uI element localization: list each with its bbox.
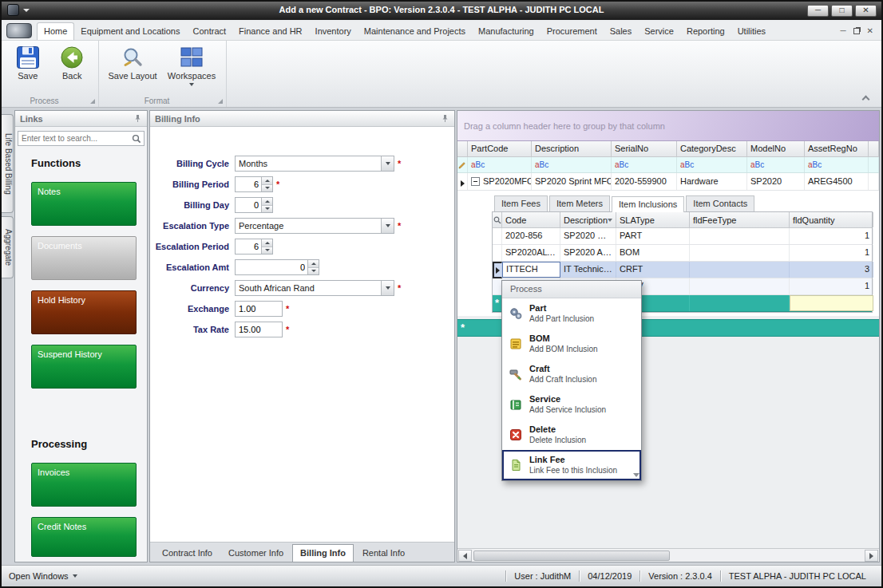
escalation-amt-stepper[interactable] — [235, 259, 319, 275]
tab-billing-info[interactable]: Billing Info — [292, 544, 354, 562]
tab-rental-info[interactable]: Rental Info — [355, 545, 412, 562]
column-header-slatype[interactable]: SLAType — [616, 212, 690, 227]
search-icon[interactable] — [493, 216, 501, 224]
cell-code-editing[interactable]: ITTECH — [502, 262, 560, 278]
detail-row-selected[interactable]: ITTECH IT Technician CRFT 3 — [493, 262, 872, 278]
tab-item-meters[interactable]: Item Meters — [549, 195, 610, 211]
sidetab-aggregate[interactable]: Aggregate — [2, 216, 14, 278]
titlebar-caret-down-icon[interactable] — [23, 9, 30, 12]
ribbon-tab-sales[interactable]: Sales — [604, 23, 639, 40]
column-header-description[interactable]: Description — [532, 141, 612, 156]
menu-item-link-fee[interactable]: Link FeeLink Fee to this Inclusion — [502, 450, 641, 480]
ribbon-tab-manufacturing[interactable]: Manufacturing — [472, 23, 540, 40]
master-row[interactable]: SP2020MFC SP2020 Sprint MFC 2020-559900 … — [457, 173, 879, 191]
ribbon-tab-home[interactable]: Home — [37, 22, 74, 40]
notes-button[interactable]: Notes — [31, 182, 137, 226]
menu-item-craft[interactable]: CraftAdd Craft Inclusion — [502, 359, 641, 389]
spinner-down-icon[interactable] — [262, 247, 272, 255]
billing-cycle-dropdown[interactable]: Months — [235, 156, 394, 172]
escalation-period-stepper[interactable] — [235, 239, 273, 255]
column-header-description[interactable]: Description — [560, 212, 616, 227]
spinner-up-icon[interactable] — [308, 260, 319, 268]
column-header-modelno[interactable]: ModelNo — [747, 141, 805, 156]
cell-fldquantity[interactable]: 1 — [790, 278, 873, 294]
billing-period-stepper[interactable] — [235, 176, 273, 192]
scroll-right-button[interactable] — [865, 550, 878, 562]
ribbon-tab-inventory[interactable]: Inventory — [309, 23, 358, 40]
filter-cell-partcode[interactable]: aBc — [468, 157, 532, 172]
cell-slatype[interactable]: BOM — [616, 245, 690, 261]
billing-period-input[interactable] — [236, 177, 261, 191]
links-search-input[interactable] — [18, 131, 145, 146]
documents-button[interactable]: Documents — [31, 236, 137, 280]
scroll-left-button[interactable] — [458, 550, 472, 562]
ribbon-tab-maintenance-and-projects[interactable]: Maintenance and Projects — [358, 23, 472, 40]
escalation-period-input[interactable] — [236, 239, 261, 254]
scrollbar-thumb[interactable] — [473, 551, 670, 561]
filter-dropdown-icon[interactable] — [608, 219, 612, 222]
search-icon[interactable] — [132, 134, 141, 144]
column-header-fldfeetype[interactable]: fldFeeType — [690, 212, 790, 227]
ribbon-tab-contract[interactable]: Contract — [187, 23, 233, 40]
detail-row[interactable]: SP2020ALTPL SP2020 Alternat... BOM 1 — [493, 245, 872, 262]
tab-contract-info[interactable]: Contract Info — [155, 545, 220, 562]
tab-customer-info[interactable]: Customer Info — [221, 545, 291, 562]
suspend-history-button[interactable]: Suspend History — [31, 345, 137, 389]
tab-item-contacts[interactable]: Item Contacts — [686, 195, 754, 211]
menu-scroll-down-icon[interactable] — [633, 473, 639, 477]
ribbon-tab-reporting[interactable]: Reporting — [680, 23, 731, 40]
credit-notes-button[interactable]: Credit Notes — [31, 517, 137, 557]
minimize-button[interactable]: ─ — [807, 5, 829, 17]
ribbon-tab-utilities[interactable]: Utilities — [731, 23, 772, 40]
horizontal-scrollbar[interactable] — [457, 548, 879, 562]
billing-day-stepper[interactable] — [235, 197, 273, 213]
cell-partcode[interactable]: SP2020MFC — [468, 173, 532, 190]
cell-description[interactable]: SP2020 Alternat... — [560, 245, 616, 261]
pin-icon[interactable] — [441, 114, 449, 123]
cell-modelno[interactable]: SP2020 — [747, 173, 805, 190]
menu-item-part[interactable]: PartAdd Part Inclusion — [502, 298, 641, 329]
cell-description[interactable]: SP2020 Drum — [560, 228, 616, 244]
menu-item-service[interactable]: ServiceAdd Service Inclusion — [502, 389, 641, 420]
tax-rate-input[interactable] — [235, 322, 283, 337]
save-button[interactable]: Save — [8, 44, 48, 95]
cell-fldfeetype[interactable] — [690, 278, 790, 294]
spinner-down-icon[interactable] — [262, 185, 272, 192]
cell-slatype[interactable]: CRFT — [616, 262, 690, 278]
cell-code[interactable]: SP2020ALTPL — [502, 245, 560, 261]
column-header-partcode[interactable]: PartCode — [468, 141, 532, 156]
spinner-up-icon[interactable] — [262, 239, 272, 247]
currency-dropdown[interactable]: South African Rand — [235, 280, 394, 296]
cell-description[interactable]: IT Technician — [560, 262, 616, 278]
app-icon[interactable] — [7, 4, 19, 16]
cell-assetregno[interactable]: AREG4500 — [805, 173, 869, 190]
cell-fldquantity[interactable] — [790, 295, 873, 311]
filter-type-icon[interactable]: aBc — [808, 160, 822, 169]
column-header-fldquantity[interactable]: fldQuantity — [790, 212, 873, 227]
mdi-close-icon[interactable]: ✕ — [867, 27, 873, 35]
column-header-assetregno[interactable]: AssetRegNo — [805, 141, 869, 156]
escalation-type-dropdown-button[interactable] — [381, 219, 394, 233]
cell-slatype[interactable]: PART — [616, 228, 690, 244]
collapse-detail-icon[interactable] — [471, 177, 480, 186]
column-header-code[interactable]: Code — [502, 212, 560, 227]
filter-type-icon[interactable]: aBc — [615, 160, 628, 169]
back-button[interactable]: Back — [53, 44, 93, 95]
billing-cycle-dropdown-button[interactable] — [381, 156, 394, 171]
menu-item-delete[interactable]: DeleteDelete Inclusion — [502, 420, 641, 450]
cell-fldfeetype[interactable] — [690, 262, 790, 278]
menu-item-bom[interactable]: BOMAdd BOM Inclusion — [502, 329, 641, 359]
workspaces-button[interactable]: Workspaces — [164, 44, 219, 95]
filter-cell-serialno[interactable]: aBc — [612, 157, 677, 172]
hold-history-button[interactable]: Hold History — [31, 290, 137, 334]
cell-categorydesc[interactable]: Hardware — [677, 173, 747, 190]
filter-type-icon[interactable]: aBc — [680, 160, 694, 169]
billing-day-input[interactable] — [236, 198, 261, 212]
filter-type-icon[interactable]: aBc — [471, 160, 485, 169]
pin-icon[interactable] — [133, 114, 142, 123]
filter-type-icon[interactable]: aBc — [750, 160, 764, 169]
filter-type-icon[interactable]: aBc — [535, 160, 548, 169]
cell-fldquantity[interactable]: 1 — [790, 228, 873, 244]
cell-serialno[interactable]: 2020-559900 — [612, 173, 677, 190]
mdi-restore-icon[interactable] — [853, 28, 860, 34]
